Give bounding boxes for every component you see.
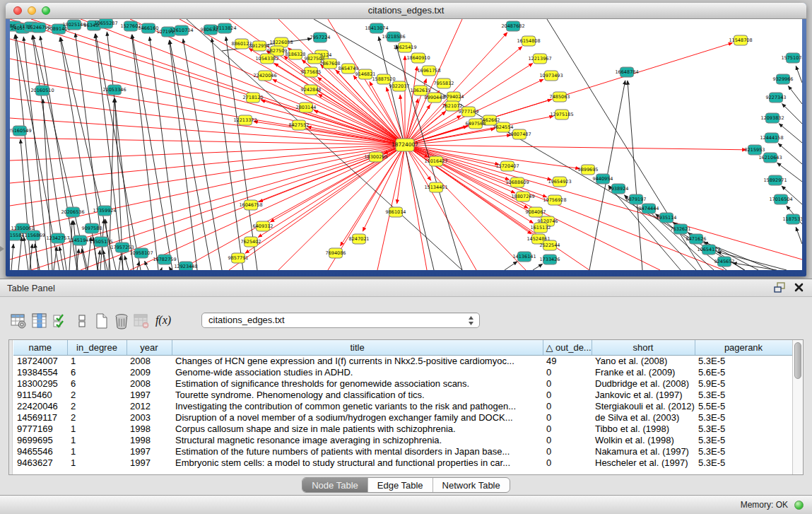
graph-node[interactable]: 9322037 [389,81,410,91]
graph-node[interactable]: 9097588 [82,223,102,233]
zoom-window-icon[interactable] [42,6,50,15]
graph-node[interactable]: 1187533 [783,214,802,224]
graph-node[interactable]: 12213967 [528,54,551,64]
graph-node[interactable]: 15892971 [763,175,787,185]
graph-node[interactable]: 15887520 [372,74,395,84]
graph-node[interactable]: 11016427 [424,156,447,166]
graph-node[interactable]: 9899695 [578,165,599,175]
close-window-icon[interactable] [13,6,22,15]
graph-node[interactable]: 19756928 [543,195,566,205]
table-row[interactable]: 1456911722003Disruption of a novel membe… [13,412,792,424]
table-row[interactable]: 1830029562008Estimation of significance … [13,378,792,390]
column-header-title[interactable]: title [172,340,543,355]
graph-node[interactable]: 7694086 [326,248,346,258]
table-scrollbar[interactable] [792,340,803,474]
table-row[interactable]: 2242004622012Investigating the contribut… [13,401,792,412]
column-header-pagerank[interactable]: pagerank [695,340,792,355]
graph-node[interactable]: 18807249 [511,192,534,201]
graph-node[interactable]: 3624554 [493,122,514,132]
graph-node[interactable]: 11451947 [68,235,91,245]
graph-node[interactable]: 16210643 [758,153,782,163]
graph-node[interactable]: 10958107 [129,248,153,258]
network-canvas[interactable]: 9886220240557211133795215246790208914061… [10,19,802,270]
table-row[interactable]: 1938455462009Genome-wide association stu… [13,367,792,378]
graph-node[interactable]: 17016504 [769,194,792,204]
column-header-in_degree[interactable]: in_degree [67,340,126,355]
graph-node[interactable]: 6794024 [444,92,464,102]
column-header-name[interactable]: name [13,340,67,355]
graph-node[interactable]: 1362615 [411,86,431,95]
graph-node[interactable]: 9440954 [593,174,613,184]
graph-node[interactable]: 16782759 [153,255,176,264]
graph-node[interactable]: 18413074 [365,23,388,33]
graph-node[interactable]: 8466160 [139,23,159,33]
graph-node[interactable]: 15134451 [424,182,447,192]
graph-node[interactable]: 12093832 [760,113,784,123]
graph-node[interactable]: 7625402 [241,237,261,247]
table-row[interactable]: 946362711997Embryonic stem cells: a mode… [13,457,792,469]
graph-node[interactable]: 15751074 [781,53,802,63]
graph-node[interactable]: 9857791 [228,253,249,263]
network-view[interactable]: 9886220240557211133795215246790208914061… [10,19,802,270]
graph-node[interactable]: 12342757 [46,233,69,243]
table-row[interactable]: 911546021997Tourette syndrome. Phenomeno… [13,390,792,401]
graph-node[interactable]: 20487682 [501,21,524,31]
graph-node[interactable]: 7957224 [310,33,331,42]
rows-icon[interactable] [72,311,92,331]
minimize-window-icon[interactable] [28,6,36,15]
graph-node[interactable]: 17359924 [93,206,116,216]
function-icon[interactable]: f(x) [151,311,175,331]
new-file-icon[interactable] [92,311,112,331]
window-titlebar[interactable]: citations_edges.txt [6,3,806,19]
graph-node[interactable]: 18300295 [364,152,387,162]
graph-node[interactable]: 12444158 [760,133,783,143]
table-select-combobox[interactable]: citations_edges.txt [201,313,480,328]
graph-node[interactable]: 8247021 [349,234,370,244]
graph-node[interactable]: 21053346 [102,85,126,95]
graph-node[interactable]: 1733426 [540,255,560,264]
graph-node[interactable]: 7485063 [550,92,570,102]
graph-node[interactable]: 9474444 [639,204,659,214]
graph-node[interactable]: 1615132 [531,223,551,233]
graph-node[interactable]: 13505135 [89,237,112,247]
graph-node[interactable]: 8215953 [745,145,765,155]
graph-node[interactable]: 20160510 [30,86,54,95]
graph-node[interactable]: 9245652 [714,257,735,267]
graph-node[interactable]: 2718120 [243,93,264,103]
graph-node[interactable]: 8186328 [286,49,306,59]
scrollbar-thumb[interactable] [794,342,801,379]
graph-node[interactable]: 18640910 [406,53,430,63]
graph-node[interactable]: 16154808 [517,36,540,46]
graph-node[interactable]: 19654923 [548,177,571,187]
table-row[interactable]: 1872400712008Changes of HCN gene express… [13,355,792,367]
select-column-icon[interactable] [30,311,49,331]
table-row[interactable]: 946554611997Estimation of the future num… [13,446,792,457]
graph-node[interactable]: 10654112 [697,245,720,255]
graph-node[interactable]: 7632621 [671,224,691,234]
graph-node[interactable]: 7955812 [434,78,454,88]
graph-node[interactable]: 2935114 [657,213,677,223]
table-row[interactable]: 977716911998Corpus callosum shape and si… [13,424,792,435]
float-panel-icon[interactable] [774,282,786,293]
graph-node[interactable]: 11156869 [21,230,45,240]
graph-node[interactable]: 9242848 [301,85,322,95]
graph-node[interactable]: 9084067 [526,207,546,217]
table-row[interactable]: 969969511998Structural magnetic resonanc… [13,435,792,446]
column-header-short[interactable]: short [592,340,695,355]
graph-node[interactable]: 25160549 [10,126,32,136]
graph-node[interactable]: 9227343 [766,93,787,103]
graph-node[interactable]: 12213372 [233,115,257,125]
graph-node[interactable]: 10807487 [507,129,531,139]
graph-node[interactable]: 9861014 [386,207,406,217]
graph-node[interactable]: 8990448 [425,93,445,103]
graph-node[interactable]: 10543382 [255,54,278,64]
column-header-year[interactable]: year [126,340,172,355]
select-rows-check-icon[interactable] [51,311,71,331]
graph-node[interactable]: 11548708 [729,35,752,45]
graph-node[interactable]: 9777169 [459,107,479,117]
close-panel-icon[interactable] [794,283,804,292]
graph-node[interactable]: 16046758 [239,200,262,210]
graph-node[interactable]: 13625419 [393,42,416,52]
trash-icon[interactable] [112,311,131,331]
tab-node-table[interactable]: Node Table [302,478,367,492]
